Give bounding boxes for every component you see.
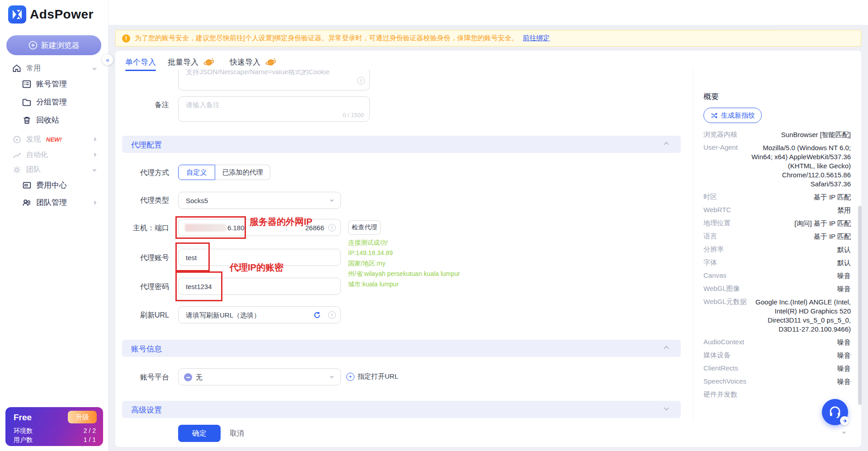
refresh-url-placeholder: 请填写刷新URL（选填） bbox=[186, 311, 260, 320]
sidebar-item-recycle-bin[interactable]: 回收站 bbox=[22, 115, 59, 125]
support-expand-badge[interactable] bbox=[840, 416, 849, 425]
generate-fingerprint-label: 生成新指纹 bbox=[721, 111, 755, 120]
char-counter: 0 / 1500 bbox=[343, 112, 364, 119]
plan-name: Free bbox=[14, 413, 32, 423]
tab-single-import[interactable]: 单个导入 bbox=[125, 57, 156, 67]
brand-logo: AdsPower bbox=[8, 5, 94, 24]
summary-row-media-devices: 媒体设备噪音 bbox=[703, 351, 851, 360]
sidebar-item-billing[interactable]: 费用中心 bbox=[22, 180, 67, 190]
people-icon bbox=[22, 198, 32, 208]
sidebar-group-team-label: 团队 bbox=[26, 165, 41, 175]
sidebar-item-label: 回收站 bbox=[36, 115, 59, 125]
summary-row-audiocontext: AudioContext噪音 bbox=[703, 338, 851, 347]
chevron-down-icon bbox=[664, 405, 669, 410]
note-placeholder: 请输入备注 bbox=[186, 101, 220, 109]
sidebar-item-team-mgmt[interactable]: 团队管理 bbox=[22, 197, 67, 208]
user-count-value: 1 / 1 bbox=[84, 436, 96, 444]
shuffle-icon bbox=[710, 112, 718, 119]
info-icon[interactable]: ! bbox=[328, 311, 336, 319]
sidebar-collapse-button[interactable]: « bbox=[102, 54, 113, 65]
platform-select[interactable]: ••• 无 bbox=[178, 368, 341, 385]
chevron-right-icon bbox=[93, 153, 96, 157]
sidebar-group-automation[interactable]: 自动化 bbox=[12, 150, 48, 160]
summary-row-user-agent: User-AgentMozilla/5.0 (Windows NT 6.0; W… bbox=[703, 143, 851, 189]
platform-value: 无 bbox=[196, 373, 203, 382]
sidebar-item-label: 分组管理 bbox=[36, 97, 67, 107]
cancel-button[interactable]: 取消 bbox=[230, 429, 244, 438]
proxy-type-value: Socks5 bbox=[186, 197, 208, 204]
advanced-section-header[interactable]: 高级设置 bbox=[122, 401, 681, 418]
refresh-url-input[interactable]: 请填写刷新URL（选填） ! bbox=[178, 306, 341, 323]
folder-icon bbox=[22, 97, 32, 107]
generate-fingerprint-button[interactable]: 生成新指纹 bbox=[703, 108, 762, 123]
summary-row-browser-kernel: 浏览器内核SunBrowser [智能匹配] bbox=[703, 130, 851, 139]
proxy-user-label: 代理账号 bbox=[115, 253, 169, 263]
note-textarea[interactable]: 请输入备注 0 / 1500 bbox=[178, 96, 370, 122]
proxy-type-label: 代理类型 bbox=[115, 196, 169, 205]
proxy-mode-added-option[interactable]: 已添加的代理 bbox=[215, 165, 270, 180]
new-badge: NEW! bbox=[46, 136, 62, 143]
proxy-section-header[interactable]: 代理配置 bbox=[122, 136, 681, 153]
chevron-down-icon bbox=[330, 198, 334, 202]
info-icon[interactable]: ! bbox=[328, 224, 336, 232]
sidebar-group-discover[interactable]: 发现 NEW! bbox=[12, 134, 62, 144]
summary-row-resolution: 分辨率默认 bbox=[703, 245, 851, 254]
env-count-value: 2 / 2 bbox=[84, 427, 96, 435]
proxy-test-result-line: 城市:kuala lumpur bbox=[348, 280, 399, 289]
refresh-icon[interactable] bbox=[313, 311, 321, 319]
summary-row-webgl-image: WebGL图像噪音 bbox=[703, 285, 851, 294]
annotation-box-user bbox=[175, 242, 210, 271]
sidebar-item-group-mgmt[interactable]: 分组管理 bbox=[22, 97, 67, 107]
plus-circle-icon: + bbox=[346, 373, 354, 381]
fingerprint-summary-list: 浏览器内核SunBrowser [智能匹配] User-AgentMozilla… bbox=[703, 130, 851, 417]
brand-name: AdsPower bbox=[30, 7, 94, 22]
advanced-section-title: 高级设置 bbox=[131, 405, 162, 415]
new-browser-button[interactable]: 新建浏览器 bbox=[6, 35, 101, 55]
note-label: 备注 bbox=[115, 100, 169, 110]
bind-authenticator-link[interactable]: 前往绑定 bbox=[523, 34, 550, 43]
cookie-input[interactable]: 支持JSON/Netscape/Name=value格式的Cookie bbox=[178, 70, 370, 90]
sidebar: AdsPower 新建浏览器 « 常用 账号管理 分组管理 回收站 发现 N bbox=[0, 0, 108, 451]
home-icon bbox=[12, 63, 22, 73]
sidebar-item-account-mgmt[interactable]: 账号管理 bbox=[22, 79, 67, 89]
check-proxy-button[interactable]: 检查代理 bbox=[348, 220, 381, 235]
proxy-test-result-line: 州/省:wilayah persekutuan kuala lumpur bbox=[348, 270, 460, 278]
proxy-test-result-line: 国家/地区:my bbox=[348, 260, 385, 268]
summary-row-fonts: 字体默认 bbox=[703, 258, 851, 267]
chevron-right-icon bbox=[93, 138, 96, 141]
specify-open-url-label: 指定打开URL bbox=[358, 372, 398, 381]
tab-quick-import[interactable]: 快速导入 bbox=[230, 57, 260, 67]
arrow-right-icon bbox=[842, 418, 847, 423]
platform-label: 账号平台 bbox=[115, 373, 169, 382]
summary-row-language: 语言基于 IP 匹配 bbox=[703, 232, 851, 241]
confirm-button[interactable]: 确定 bbox=[178, 425, 221, 442]
summary-row-webgl-metadata: WebGL元数据Google Inc.(Intel) ANGLE (Intel,… bbox=[703, 298, 851, 334]
plan-user-row: 用户数 1 / 1 bbox=[14, 436, 96, 444]
proxy-test-result-line: 连接测试成功! bbox=[348, 239, 388, 247]
upgrade-button[interactable]: 升级 bbox=[68, 411, 97, 423]
chevron-down-icon bbox=[330, 375, 334, 378]
billing-card-icon bbox=[22, 180, 32, 190]
sidebar-item-label: 团队管理 bbox=[36, 197, 67, 208]
sidebar-item-label: 账号管理 bbox=[36, 79, 67, 89]
summary-row-clientrects: ClientRects噪音 bbox=[703, 364, 851, 373]
warning-icon: ! bbox=[122, 34, 130, 43]
sidebar-group-team[interactable]: 团队 bbox=[12, 165, 41, 175]
info-icon[interactable]: ! bbox=[357, 77, 365, 85]
plan-card: Free 升级 环境数 2 / 2 用户数 1 / 1 bbox=[5, 407, 103, 446]
active-tab-underline bbox=[125, 70, 156, 71]
summary-row-geolocation: 地理位置[询问] 基于 IP 匹配 bbox=[703, 219, 851, 228]
chevron-down-icon bbox=[93, 66, 96, 70]
scrollbar-thumb[interactable] bbox=[858, 206, 862, 405]
planet-icon bbox=[203, 56, 215, 68]
proxy-mode-custom-option[interactable]: 自定义 bbox=[178, 165, 215, 180]
specify-open-url-link[interactable]: + 指定打开URL bbox=[346, 372, 398, 381]
tab-batch-import[interactable]: 批量导入 bbox=[168, 57, 198, 67]
folder-list-icon bbox=[22, 79, 32, 89]
proxy-type-select[interactable]: Socks5 bbox=[178, 192, 341, 209]
sidebar-group-common[interactable]: 常用 bbox=[12, 63, 41, 73]
annotation-host-note: 服务器的外网IP bbox=[250, 216, 312, 228]
account-section-header[interactable]: 账号信息 bbox=[122, 340, 681, 357]
chevron-up-icon bbox=[664, 346, 669, 351]
summary-title: 概要 bbox=[703, 91, 719, 102]
